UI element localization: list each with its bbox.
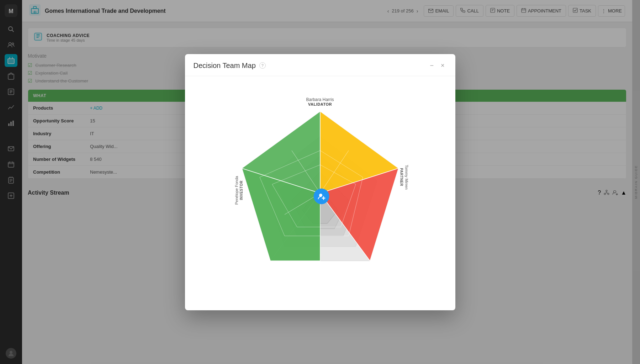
modal-body: Barbara Harris VALIDATOR Penélope Fonda … bbox=[185, 76, 455, 310]
tommy-name: Tommy Mirren bbox=[404, 165, 409, 190]
penelope-name: Penélope Fonda bbox=[234, 176, 239, 205]
modal-header: Decision Team Map ? − × bbox=[185, 54, 455, 76]
penelope-fonda-label: Penélope Fonda INVESTOR bbox=[234, 176, 244, 205]
penelope-text: Penélope Fonda INVESTOR bbox=[234, 176, 244, 205]
barbara-harris-label: Barbara Harris VALIDATOR bbox=[306, 97, 334, 106]
decision-team-modal: Decision Team Map ? − × Barbara Harris V… bbox=[185, 54, 455, 310]
tommy-role: PARTNER bbox=[400, 168, 403, 186]
tommy-text: Tommy Mirren PARTNER bbox=[399, 165, 409, 190]
add-contact-button[interactable] bbox=[313, 188, 329, 204]
barbara-role: VALIDATOR bbox=[306, 102, 334, 106]
modal-help-button[interactable]: ? bbox=[259, 62, 266, 69]
modal-overlay[interactable]: Decision Team Map ? − × Barbara Harris V… bbox=[0, 0, 640, 364]
modal-title: Decision Team Map bbox=[194, 62, 256, 70]
tommy-mirren-label: Tommy Mirren PARTNER bbox=[399, 165, 409, 190]
barbara-name: Barbara Harris bbox=[306, 97, 334, 102]
penelope-role: INVESTOR bbox=[239, 180, 243, 200]
modal-header-actions: − × bbox=[428, 61, 446, 70]
modal-close-button[interactable]: × bbox=[439, 61, 447, 70]
pentagon-chart: Barbara Harris VALIDATOR Penélope Fonda … bbox=[228, 94, 413, 293]
modal-minimize-button[interactable]: − bbox=[428, 61, 436, 70]
